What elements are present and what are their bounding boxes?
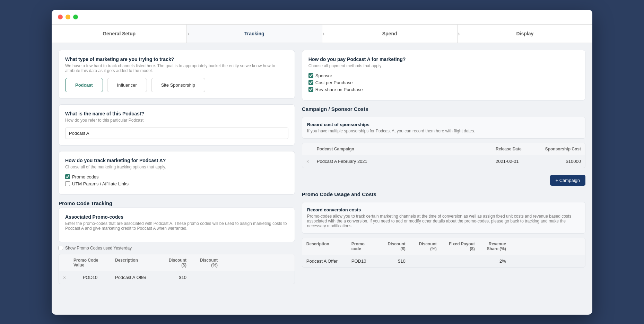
sponsor-row: Sponsor bbox=[308, 73, 579, 78]
cost-per-purchase-row: Cost per Purchase bbox=[308, 80, 579, 85]
associated-promo-title: Associated Promo-codes bbox=[65, 214, 288, 220]
associated-promo-subtitle: Enter the promo-codes that are associate… bbox=[65, 221, 288, 231]
utm-params-label: UTM Params / Affiliate Links bbox=[72, 181, 129, 186]
close-dot[interactable] bbox=[58, 15, 63, 19]
record-sponsorship-card: Record cost of sponsorships If you have … bbox=[302, 117, 585, 139]
col-desc: Description bbox=[302, 238, 347, 255]
promo-usage-table: Description Promo code Discount ($) Disc… bbox=[302, 238, 585, 268]
payment-title: How do you pay Podcast A for marketing? bbox=[308, 56, 579, 62]
col-promo-code-value: Promo Code Value bbox=[69, 254, 111, 271]
campaign-table-header: Podcast Campaign Release Date Sponsorshi… bbox=[302, 143, 585, 155]
tracking-options-title: How do you track marketing for Podcast A… bbox=[65, 158, 288, 163]
nav-tabs: General Setup Tracking Spend Display bbox=[52, 25, 592, 43]
campaign-cost: $10000 bbox=[540, 155, 585, 167]
usage-promo-code: POD10 bbox=[347, 255, 378, 267]
promo-codes-label: Promo codes bbox=[72, 174, 99, 179]
tracking-type-card: What type of marketing are you trying to… bbox=[59, 50, 295, 99]
promo-usage-header: Description Promo code Discount ($) Disc… bbox=[302, 238, 585, 255]
col-discount-d: Discount ($) bbox=[378, 238, 410, 255]
rev-share-label: Rev-share on Purchase bbox=[315, 87, 363, 92]
promo-discount-pct bbox=[191, 274, 222, 281]
sponsor-checkbox[interactable] bbox=[308, 73, 313, 78]
promo-tracking-section: Promo Code Tracking Associated Promo-cod… bbox=[59, 200, 295, 284]
title-bar bbox=[52, 10, 592, 25]
rev-share-row: Rev-share on Purchase bbox=[308, 87, 579, 92]
col-campaign-delete bbox=[302, 143, 313, 155]
app-window: General Setup Tracking Spend Display Wha… bbox=[52, 10, 592, 315]
tab-general-setup[interactable]: General Setup bbox=[52, 25, 187, 43]
campaign-delete-btn[interactable]: × bbox=[302, 155, 313, 168]
add-campaign-button[interactable]: + Campaign bbox=[550, 175, 585, 186]
payment-card: How do you pay Podcast A for marketing? … bbox=[302, 50, 585, 100]
podcast-name-title: What is the name of this Podcast? bbox=[65, 111, 288, 116]
usage-fixed-payout bbox=[441, 257, 479, 264]
associated-promo-card: Associated Promo-codes Enter the promo-c… bbox=[59, 208, 295, 242]
left-panel: What type of marketing are you trying to… bbox=[59, 50, 295, 308]
col-description: Description bbox=[111, 254, 159, 271]
tab-display[interactable]: Display bbox=[458, 25, 592, 43]
col-fixed-payout: Fixed Payout ($) bbox=[441, 238, 479, 255]
podcast-name-subtitle: How do you refer to this particular Podc… bbox=[65, 118, 288, 123]
tab-tracking[interactable]: Tracking bbox=[187, 25, 322, 43]
tab-spend[interactable]: Spend bbox=[322, 25, 458, 43]
promo-delete-btn[interactable]: × bbox=[59, 271, 69, 284]
cost-per-purchase-checkbox[interactable] bbox=[308, 80, 313, 85]
tracking-type-title: What type of marketing are you trying to… bbox=[65, 56, 288, 62]
promo-discount-dollar: $10 bbox=[159, 271, 191, 283]
type-btn-site-sponsorship[interactable]: Site Sponsorship bbox=[151, 78, 205, 92]
show-yesterday-row: Show Promo Codes used Yesterday bbox=[59, 246, 295, 251]
tracking-type-subtitle: We have a few hard to track channels lis… bbox=[65, 63, 288, 73]
payment-subtitle: Choose all payment methods that apply bbox=[308, 63, 579, 68]
col-discount-dollar: Discount ($) bbox=[159, 254, 191, 271]
right-panel: How do you pay Podcast A for marketing? … bbox=[302, 50, 585, 308]
tracking-options-subtitle: Choose all of the marketing tracking opt… bbox=[65, 165, 288, 169]
utm-params-row: UTM Params / Affiliate Links bbox=[65, 181, 288, 186]
podcast-name-input[interactable] bbox=[65, 128, 288, 139]
promo-codes-checkbox[interactable] bbox=[65, 174, 70, 179]
usage-discount-dollar: $10 bbox=[378, 255, 410, 267]
usage-discount-pct bbox=[410, 257, 441, 264]
campaign-table: Podcast Campaign Release Date Sponsorshi… bbox=[302, 143, 585, 168]
col-sponsorship-cost: Sponsorship Cost bbox=[540, 143, 585, 155]
minimize-dot[interactable] bbox=[66, 15, 70, 19]
campaign-name: Podcast A February 2021 bbox=[313, 155, 491, 167]
campaign-costs-section: Campaign / Sponsor Costs Record cost of … bbox=[302, 106, 585, 186]
type-btn-podcast[interactable]: Podcast bbox=[65, 78, 103, 92]
rev-share-checkbox[interactable] bbox=[308, 87, 313, 92]
campaign-release-date: 2021-02-01 bbox=[491, 155, 540, 167]
col-revenue-share: Revenue Share (%) bbox=[479, 238, 510, 255]
promo-table-header: Promo Code Value Description Discount ($… bbox=[59, 254, 295, 271]
record-conversion-card: Record conversion costs Promo-codes allo… bbox=[302, 202, 585, 234]
campaign-table-row: × Podcast A February 2021 2021-02-01 $10… bbox=[302, 155, 585, 168]
record-conversion-title: Record conversion costs bbox=[307, 207, 580, 212]
promo-usage-row: Podcast A Offer POD10 $10 2% bbox=[302, 255, 585, 267]
col-discount-pct: Discount (%) bbox=[191, 254, 222, 271]
col-podcast-campaign: Podcast Campaign bbox=[313, 143, 491, 155]
type-btn-influencer[interactable]: Influencer bbox=[107, 78, 147, 92]
promo-description: Podcast A Offer bbox=[111, 271, 159, 283]
usage-description: Podcast A Offer bbox=[302, 255, 347, 267]
promo-usage-section: Promo Code Usage and Costs Record conver… bbox=[302, 191, 585, 268]
usage-revenue-share: 2% bbox=[479, 255, 510, 267]
promo-table-row: × POD10 Podcast A Offer $10 bbox=[59, 271, 295, 284]
promo-usage-title: Promo Code Usage and Costs bbox=[302, 191, 585, 197]
promo-table-left: Promo Code Value Description Discount ($… bbox=[59, 254, 295, 284]
cost-per-purchase-label: Cost per Purchase bbox=[315, 80, 353, 85]
promo-code-value: POD10 bbox=[69, 271, 111, 283]
maximize-dot[interactable] bbox=[73, 15, 78, 19]
utm-params-checkbox[interactable] bbox=[65, 181, 70, 186]
promo-tracking-title: Promo Code Tracking bbox=[59, 200, 295, 206]
tracking-options-card: How do you track marketing for Podcast A… bbox=[59, 151, 295, 195]
col-release-date: Release Date bbox=[491, 143, 540, 155]
payment-checkboxes: Sponsor Cost per Purchase Rev-share on P… bbox=[308, 73, 579, 92]
record-sponsorship-title: Record cost of sponsorships bbox=[307, 122, 580, 127]
show-yesterday-checkbox[interactable] bbox=[59, 246, 63, 250]
show-yesterday-label: Show Promo Codes used Yesterday bbox=[65, 246, 132, 251]
col-delete bbox=[59, 254, 69, 271]
podcast-name-card: What is the name of this Podcast? How do… bbox=[59, 104, 295, 146]
record-conversion-subtitle: Promo-codes allow you to track certain m… bbox=[307, 214, 580, 228]
campaign-section-title: Campaign / Sponsor Costs bbox=[302, 106, 585, 112]
record-sponsorship-subtitle: If you have multiple sponsorships for Po… bbox=[307, 129, 580, 133]
col-promo-code: Promo code bbox=[347, 238, 378, 255]
main-content: What type of marketing are you trying to… bbox=[52, 43, 592, 315]
